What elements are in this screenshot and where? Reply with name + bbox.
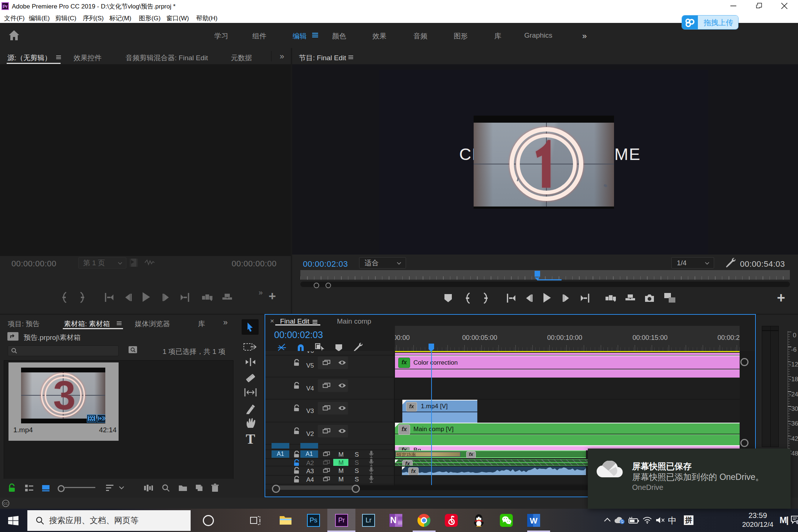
svg-text:CC: CC <box>3 502 8 505</box>
